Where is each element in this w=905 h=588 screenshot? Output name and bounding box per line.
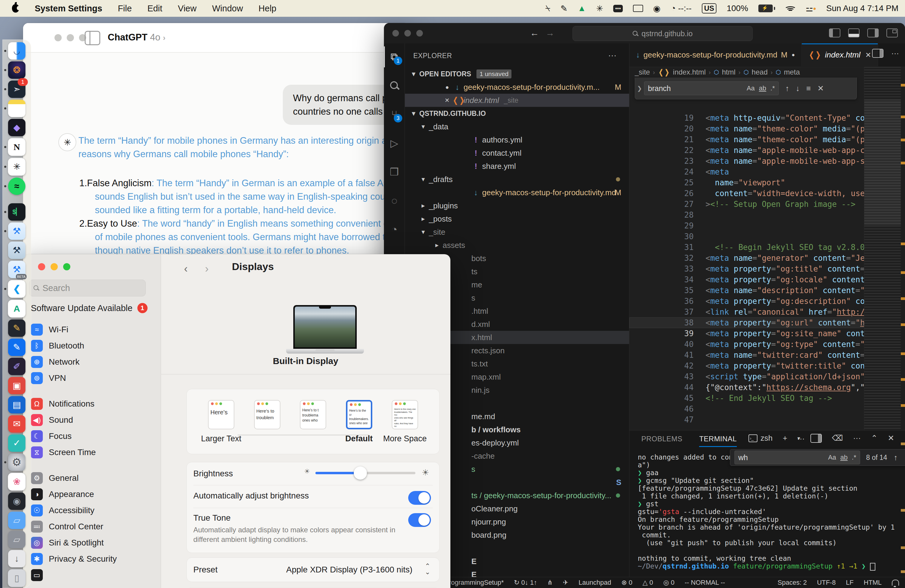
settings-sidebar-item[interactable]: ▭ (26, 567, 158, 583)
dock-icon[interactable]: ▱ (8, 512, 25, 529)
regex-icon[interactable]: .* (770, 84, 775, 92)
minimize-button[interactable] (51, 263, 58, 270)
tree-row[interactable]: ▾ _drafts (405, 173, 629, 186)
minimize-button[interactable] (404, 30, 411, 37)
find-previous-icon[interactable]: ↑ (785, 84, 789, 93)
ports-status[interactable]: ◎ 0 (663, 579, 675, 586)
zoom-button[interactable] (416, 30, 423, 37)
dock-icon[interactable]: ❮ (8, 280, 26, 298)
minimap[interactable] (864, 67, 901, 430)
close-tab-icon[interactable]: ✕ (865, 51, 871, 59)
settings-sidebar-item[interactable]: ◎ Siri & Spotlight (26, 535, 158, 551)
resolution-option[interactable]: Here’s to troublem (245, 400, 290, 444)
settings-sidebar-item[interactable]: ☉ Accessibility (26, 502, 158, 518)
settings-sidebar-item[interactable]: ⚙ General (26, 470, 158, 486)
whole-word-icon[interactable]: ab (759, 84, 766, 92)
whole-word-icon[interactable]: ab (840, 454, 848, 461)
menu-app-name[interactable]: System Settings (35, 3, 102, 13)
resolution-option[interactable]: Here’s to the cr troublemakers. ones who… (337, 400, 381, 444)
tab-index-html[interactable]: ❬❭ index.html ✕ (802, 43, 878, 67)
dock-icon[interactable]: ❂ (8, 61, 25, 79)
shell-label[interactable]: ›_zsh (748, 434, 772, 443)
dock-icon[interactable]: ▣ (8, 377, 25, 394)
close-button[interactable] (38, 263, 45, 270)
timer-menu-icon[interactable]: ◔ --:-- (671, 3, 692, 13)
remote-explorer-activity-icon[interactable]: ◌ (384, 190, 405, 211)
find-expand-icon[interactable]: ❯ (635, 85, 644, 92)
dock-icon[interactable]: ⚒ (8, 242, 25, 259)
command-center[interactable]: qstrnd.github.io (573, 26, 753, 41)
match-case-icon[interactable]: Aa (747, 84, 755, 92)
settings-sidebar-item[interactable]: ⊚ VPN (26, 370, 158, 386)
terminal-dropdown-icon[interactable]: ▾ (797, 435, 800, 442)
extensions-activity-icon[interactable]: ❒ (384, 161, 405, 182)
minimize-button[interactable] (67, 34, 74, 41)
battery-icon[interactable] (758, 5, 775, 12)
software-update-row[interactable]: Software Update Available 1 (31, 303, 148, 313)
menu-window[interactable]: Window (212, 3, 243, 13)
resolution-option[interactable]: Here’s Larger Text (199, 400, 244, 444)
back-arrow-icon[interactable]: ← (530, 28, 539, 38)
vscode-titlebar[interactable]: ← → qstrnd.github.io (384, 23, 905, 44)
search-editor-activity-icon[interactable]: ◔ (384, 219, 405, 240)
resolution-option[interactable]: Here’s to the crazy one troublemakers. T… (383, 400, 427, 444)
errors-status[interactable]: ⊗ 0 (621, 579, 632, 586)
resolution-option[interactable]: Here’s to t troublema ones who (291, 400, 335, 444)
dock-icon[interactable]: ➣ 1 (8, 81, 25, 98)
indentation-status[interactable]: Spaces: 2 (778, 579, 807, 586)
dock-icon[interactable]: ◉ (8, 493, 25, 510)
settings-search-input[interactable]: Search (29, 280, 146, 296)
preset-value[interactable]: Apple XDR Display (P3-1600 nits) (286, 565, 413, 575)
menu-clock[interactable]: Sun Aug 4 7:14 PM (826, 3, 899, 13)
control-center-menu-icon[interactable]: ⚍• (806, 3, 816, 13)
run-debug-activity-icon[interactable]: ▷ (384, 133, 405, 154)
dock-icon[interactable]: ✳ (8, 158, 26, 176)
drive-menu-icon[interactable]: ▲ (578, 3, 586, 13)
settings-sidebar-item[interactable]: Ω Notifications (26, 396, 158, 412)
git-graph-icon[interactable]: ⋔ (547, 579, 553, 586)
customize-layout-icon[interactable] (886, 29, 898, 37)
cleaner-menu-icon[interactable]: ⍀ (545, 3, 550, 13)
dock-icon[interactable]: A (8, 300, 26, 318)
regex-icon[interactable]: .* (852, 454, 856, 461)
dock-icon[interactable]: ↓ (8, 550, 25, 567)
maximize-panel-icon[interactable]: ⌃ (871, 434, 878, 443)
tree-row[interactable]: ✕ ❬❭ index.html _site (405, 94, 629, 107)
warnings-status[interactable]: △ 0 (643, 579, 653, 586)
settings-sidebar-item[interactable]: ◀) Sound (26, 412, 158, 428)
tree-row[interactable]: ▾ QSTRND.GITHUB.IO (405, 107, 629, 120)
encoding-status[interactable]: UTF-8 (817, 579, 835, 586)
openai-menu-icon[interactable]: ✳ (596, 3, 603, 13)
settings-sidebar-item[interactable]: ≈ Wi-Fi (26, 321, 158, 338)
settings-sidebar-item[interactable]: ◑ Appearance (26, 486, 158, 502)
tree-row[interactable]: ▸ _plugins (405, 199, 629, 212)
breadcrumb[interactable]: _site› ❬❭ index.html› ⬡ html› ⬡ head› ⬡ … (635, 67, 866, 78)
dock-icon[interactable]: ◡ (8, 42, 25, 60)
tab-geeky-md[interactable]: ↓ geeky-macos-setup-for-productivity.md … (629, 43, 802, 67)
editor-more-icon[interactable]: ··· (891, 49, 899, 58)
play-menu-icon[interactable]: ◉ (653, 3, 660, 13)
close-button[interactable] (392, 30, 399, 37)
explorer-activity-icon[interactable]: ⧉1 (384, 46, 405, 67)
menu-view[interactable]: View (178, 3, 196, 13)
match-case-icon[interactable]: Aa (828, 454, 836, 461)
chatgpt-model-selector[interactable]: ChatGPT 4o › (108, 32, 165, 43)
settings-sidebar-item[interactable]: ✱ Privacy & Security (26, 551, 158, 567)
tree-row[interactable]: ! authors.yml (405, 133, 629, 146)
zoom-button[interactable] (63, 263, 70, 270)
calendar-menu-icon[interactable]: ▪▪▪ (613, 5, 622, 12)
notifications-bell-icon[interactable] (892, 580, 899, 586)
tree-row[interactable]: ! share.yml (405, 160, 629, 173)
dock-icon[interactable]: ⚙ (8, 454, 25, 471)
code-editor[interactable]: 19<meta http-equiv="Content-Type" conten… (629, 102, 864, 430)
tree-row[interactable]: ▾ OPEN EDITORS 1 unsaved (405, 67, 629, 81)
dock-icon[interactable]: ▤ (8, 396, 25, 413)
explorer-more-icon[interactable]: ··· (608, 51, 616, 60)
git-sync-status[interactable]: ↻ 0↓ 1↑ (514, 579, 537, 586)
dock-icon[interactable]: ◆ (8, 119, 25, 136)
forward-chevron-icon[interactable]: › (205, 262, 209, 275)
dock-icon[interactable]: ✐ (8, 358, 25, 375)
terminal-output[interactable]: no changes added to commit (use "git add… (638, 453, 893, 575)
dock-icon[interactable]: ✉ (8, 415, 25, 432)
sidebar-toggle-icon[interactable] (85, 31, 100, 45)
